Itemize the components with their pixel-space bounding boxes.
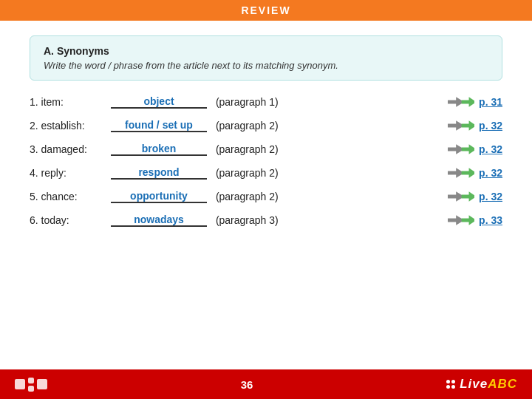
footer-decoration [15,378,47,392]
paragraph-ref: (paragraph 2) [213,120,448,132]
paragraph-ref: (paragraph 2) [213,191,448,202]
header-title: REVIEW [241,4,290,16]
arrow-ref: p. 32 [448,117,502,134]
arrow-ref: p. 33 [448,212,502,228]
logo-dot [451,385,455,389]
svg-rect-8 [448,148,457,151]
svg-marker-23 [469,215,474,225]
svg-rect-2 [462,100,470,104]
logo-text: LiveABC [460,377,517,392]
svg-rect-14 [462,171,470,175]
svg-rect-10 [462,148,470,151]
row-label: 2. establish: [30,120,111,132]
footer: 36 LiveABC [0,369,532,399]
paragraph-ref: (paragraph 2) [213,167,448,179]
svg-rect-12 [448,171,457,175]
quiz-row: 4. reply: respond (paragraph 2) p. 32 [30,165,502,181]
quiz-rows: 1. item: object (paragraph 1) p. 31 2. e… [30,94,502,228]
arrow-icon [448,141,474,157]
svg-marker-3 [469,97,474,107]
answer-text: found / set up [111,119,207,132]
svg-rect-4 [448,124,457,128]
svg-marker-7 [469,120,474,131]
arrow-icon [448,212,474,228]
footer-dot-large [37,379,47,389]
section-title: A. Synonyms [44,45,488,57]
arrow-ref: p. 31 [448,94,502,110]
quiz-row: 1. item: object (paragraph 1) p. 31 [30,94,502,110]
paragraph-ref: (paragraph 1) [213,96,448,108]
page-ref[interactable]: p. 32 [479,120,502,132]
answer-text: nowadays [111,214,207,227]
instructions-box: A. Synonyms Write the word / phrase from… [30,35,502,81]
arrow-icon [448,117,474,134]
arrow-icon [448,188,474,205]
footer-dot-large [15,379,25,389]
logo-dot [446,385,450,389]
footer-logo: LiveABC [446,377,517,392]
logo-dot [451,380,455,383]
page-ref[interactable]: p. 31 [479,96,502,108]
page-ref[interactable]: p. 33 [479,214,502,226]
row-label: 4. reply: [30,167,111,179]
row-label: 1. item: [30,96,111,108]
svg-marker-11 [469,144,474,154]
quiz-row: 2. establish: found / set up (paragraph … [30,117,502,134]
footer-dot [28,386,34,392]
arrow-ref: p. 32 [448,141,502,157]
arrow-icon [448,94,474,110]
footer-page-number: 36 [47,378,446,391]
paragraph-ref: (paragraph 3) [213,214,448,226]
instructions-text: Write the word / phrase from the article… [44,60,488,71]
page-ref[interactable]: p. 32 [479,167,502,179]
answer-text: opportunity [111,190,207,203]
answer-text: broken [111,143,207,156]
quiz-row: 3. damaged: broken (paragraph 2) p. 32 [30,141,502,157]
page-ref[interactable]: p. 32 [479,143,502,155]
main-content: A. Synonyms Write the word / phrase from… [0,21,532,369]
logo-dot [446,380,450,383]
page-ref[interactable]: p. 32 [479,191,502,202]
footer-dot [28,378,34,383]
header-bar: REVIEW [0,0,532,21]
svg-rect-0 [448,100,457,104]
arrow-icon [448,165,474,181]
arrow-ref: p. 32 [448,165,502,181]
arrow-ref: p. 32 [448,188,502,205]
svg-rect-20 [448,219,457,222]
answer-text: respond [111,166,207,180]
svg-marker-19 [469,191,474,202]
svg-marker-15 [469,168,474,178]
svg-rect-18 [462,195,470,199]
svg-rect-6 [462,124,470,128]
row-label: 3. damaged: [30,143,111,155]
svg-rect-22 [462,219,470,222]
row-label: 6. today: [30,214,111,226]
row-label: 5. chance: [30,191,111,202]
quiz-row: 5. chance: opportunity (paragraph 2) p. … [30,188,502,205]
paragraph-ref: (paragraph 2) [213,143,448,155]
svg-rect-16 [448,195,457,199]
quiz-row: 6. today: nowadays (paragraph 3) p. 33 [30,212,502,228]
answer-text: object [111,95,207,109]
logo-dots [446,380,455,389]
